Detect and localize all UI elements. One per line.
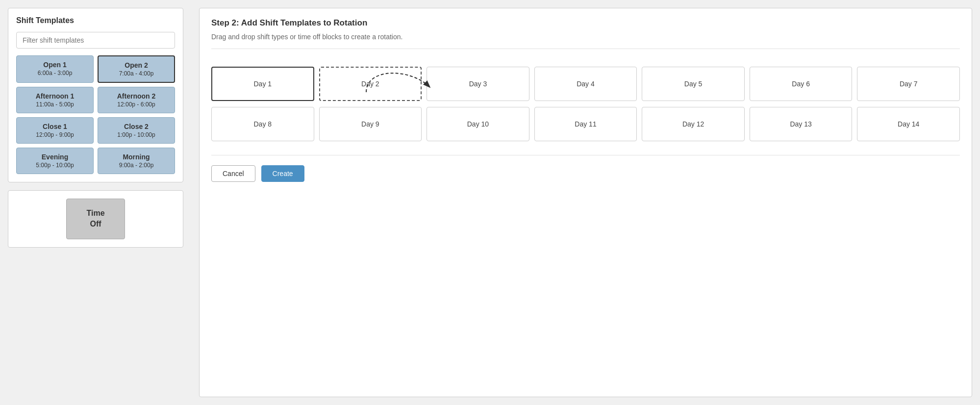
day-tile-3[interactable]: Day 3 bbox=[427, 67, 529, 101]
shift-tile-morning-time: 9:00a - 2:00p bbox=[102, 162, 171, 169]
days-section: Day 1 Day 2 Day 3 Day 4 Day 5 bbox=[211, 59, 960, 155]
shift-tile-open2[interactable]: Open 2 7:00a - 4:00p bbox=[98, 55, 175, 83]
shift-grid: Open 1 6:00a - 3:00p Open 2 7:00a - 4:00… bbox=[16, 55, 175, 174]
shift-tile-open1[interactable]: Open 1 6:00a - 3:00p bbox=[16, 55, 94, 83]
day-tile-7-label: Day 7 bbox=[900, 80, 918, 88]
shift-tile-morning[interactable]: Morning 9:00a - 2:00p bbox=[98, 148, 175, 174]
day-tile-4[interactable]: Day 4 bbox=[534, 67, 637, 101]
buttons-row: Cancel Create bbox=[211, 165, 960, 182]
shift-tile-evening[interactable]: Evening 5:00p - 10:00p bbox=[16, 148, 94, 174]
shift-tile-afternoon2[interactable]: Afternoon 2 12:00p - 6:00p bbox=[98, 87, 175, 113]
day-tile-3-label: Day 3 bbox=[469, 80, 487, 88]
day-tile-13[interactable]: Day 13 bbox=[750, 107, 853, 141]
days-row1-wrapper: Day 1 Day 2 Day 3 Day 4 Day 5 bbox=[211, 67, 960, 101]
time-off-tile[interactable]: TimeOff bbox=[66, 199, 125, 239]
shift-tile-close1[interactable]: Close 1 12:00p - 9:00p bbox=[16, 117, 94, 144]
shift-tile-close1-name: Close 1 bbox=[21, 123, 89, 130]
day-tile-14[interactable]: Day 14 bbox=[857, 107, 960, 141]
filter-input[interactable] bbox=[16, 32, 175, 49]
shift-templates-title: Shift Templates bbox=[16, 16, 175, 25]
day-tile-9-label: Day 9 bbox=[361, 120, 379, 128]
shift-tile-close1-time: 12:00p - 9:00p bbox=[21, 131, 89, 138]
day-tile-14-label: Day 14 bbox=[898, 120, 919, 128]
shift-tile-close2-time: 1:00p - 10:00p bbox=[102, 131, 171, 138]
shift-templates-box: Shift Templates Open 1 6:00a - 3:00p Ope… bbox=[8, 8, 183, 182]
shift-tile-afternoon2-name: Afternoon 2 bbox=[102, 92, 171, 100]
day-tile-10[interactable]: Day 10 bbox=[427, 107, 529, 141]
shift-tile-afternoon2-time: 12:00p - 6:00p bbox=[102, 101, 171, 108]
day-tile-5[interactable]: Day 5 bbox=[642, 67, 745, 101]
day-tile-2[interactable]: Day 2 bbox=[319, 67, 422, 101]
shift-tile-evening-name: Evening bbox=[21, 153, 89, 161]
day-tile-12[interactable]: Day 12 bbox=[642, 107, 745, 141]
left-panel: Shift Templates Open 1 6:00a - 3:00p Ope… bbox=[0, 0, 191, 405]
day-tile-10-label: Day 10 bbox=[467, 120, 489, 128]
day-tile-1[interactable]: Day 1 bbox=[211, 67, 314, 101]
day-tile-6-label: Day 6 bbox=[792, 80, 810, 88]
days-row1: Day 1 Day 2 Day 3 Day 4 Day 5 bbox=[211, 67, 960, 101]
day-tile-6[interactable]: Day 6 bbox=[750, 67, 853, 101]
cancel-button[interactable]: Cancel bbox=[211, 165, 255, 182]
day-tile-9[interactable]: Day 9 bbox=[319, 107, 422, 141]
day-tile-2-label: Day 2 bbox=[361, 80, 379, 88]
time-off-box: TimeOff bbox=[8, 190, 183, 248]
shift-tile-afternoon1-time: 11:00a - 5:00p bbox=[21, 101, 89, 108]
day-tile-8-label: Day 8 bbox=[253, 120, 272, 128]
shift-tile-open1-name: Open 1 bbox=[21, 61, 89, 69]
shift-tile-close2-name: Close 2 bbox=[102, 123, 171, 130]
day-tile-1-label: Day 1 bbox=[253, 80, 272, 88]
step-title: Step 2: Add Shift Templates to Rotation bbox=[211, 18, 960, 28]
shift-tile-morning-name: Morning bbox=[102, 153, 171, 161]
shift-tile-afternoon1-name: Afternoon 1 bbox=[21, 92, 89, 100]
day-tile-7[interactable]: Day 7 bbox=[857, 67, 960, 101]
shift-tile-open2-time: 7:00a - 4:00p bbox=[102, 70, 170, 77]
step-box: Step 2: Add Shift Templates to Rotation … bbox=[199, 8, 972, 397]
shift-tile-afternoon1[interactable]: Afternoon 1 11:00a - 5:00p bbox=[16, 87, 94, 113]
day-tile-12-label: Day 12 bbox=[682, 120, 704, 128]
day-tile-11-label: Day 11 bbox=[575, 120, 596, 128]
days-row2: Day 8 Day 9 Day 10 Day 11 Day 12 Day 13 bbox=[211, 107, 960, 141]
shift-tile-open2-name: Open 2 bbox=[102, 61, 170, 69]
day-tile-4-label: Day 4 bbox=[577, 80, 595, 88]
shift-tile-close2[interactable]: Close 2 1:00p - 10:00p bbox=[98, 117, 175, 144]
step-description: Drag and drop shift types or time off bl… bbox=[211, 33, 960, 49]
shift-tile-evening-time: 5:00p - 10:00p bbox=[21, 162, 89, 169]
shift-tile-open1-time: 6:00a - 3:00p bbox=[21, 70, 89, 76]
day-tile-5-label: Day 5 bbox=[684, 80, 703, 88]
day-tile-11[interactable]: Day 11 bbox=[534, 107, 637, 141]
create-button[interactable]: Create bbox=[261, 165, 304, 182]
right-panel: Step 2: Add Shift Templates to Rotation … bbox=[191, 0, 980, 405]
day-tile-13-label: Day 13 bbox=[790, 120, 811, 128]
day-tile-8[interactable]: Day 8 bbox=[211, 107, 314, 141]
